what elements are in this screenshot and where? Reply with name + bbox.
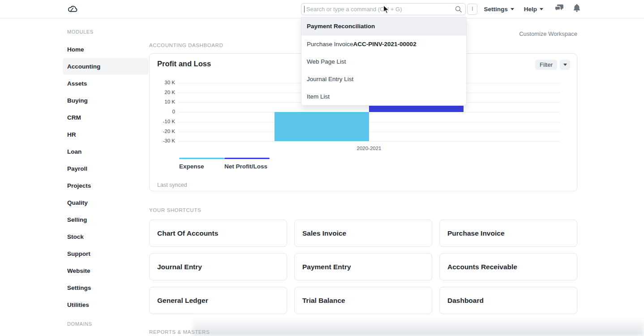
sidebar-modules-header: MODULES [67,29,149,34]
sidebar-item-selling[interactable]: Selling [63,211,149,228]
legend-item-expense[interactable]: Expense [179,158,224,170]
sidebar-item-label: Buying [67,97,88,104]
filter-dropdown-button[interactable] [560,60,570,70]
legend-label: Expense [179,163,224,170]
sidebar-item-quality[interactable]: Quality [63,194,149,211]
customize-workspace-link[interactable]: Customize Workspace [519,30,577,37]
shortcut-card-payment-entry[interactable]: Payment Entry [294,253,432,280]
bottom-shadow-artifact [193,317,644,336]
bell-icon [573,4,580,14]
help-menu-button[interactable]: Help [524,6,543,13]
search-results-dropdown: Payment ReconciliationPurchase Invoice A… [301,17,467,106]
chat-button[interactable] [555,4,563,14]
y-axis-tick-label: 10 K [150,99,175,104]
sidebar-item-label: Accounting [67,63,100,70]
search-result-text: Purchase Invoice [307,41,353,47]
sidebar-item-settings[interactable]: Settings [63,279,149,296]
shortcut-card-label: Purchase Invoice [447,229,505,237]
shortcut-card-label: Payment Entry [302,263,351,271]
chart-bar-net-profit-loss[interactable] [369,106,464,112]
chart-gridline [178,122,560,122]
user-avatar[interactable]: I [467,4,477,15]
chart-gridline [178,132,560,132]
sidebar-item-hr[interactable]: HR [63,126,149,143]
y-axis-tick-label: -10 K [150,119,175,124]
chart-bar-expense[interactable] [275,112,369,141]
x-axis-tick-label: 2020-2021 [357,146,382,151]
sidebar-item-label: Stock [67,233,84,240]
sidebar-item-crm[interactable]: CRM [63,109,149,126]
sidebar-item-payroll[interactable]: Payroll [63,160,149,177]
shortcut-card-dashboard[interactable]: Dashboard [439,287,577,314]
search-result-item[interactable]: Item List [301,88,466,105]
shortcut-card-trial-balance[interactable]: Trial Balance [294,287,432,314]
sidebar: MODULES HomeAccountingAssetsBuyingCRMHRL… [63,18,149,333]
chevron-down-icon [563,64,567,66]
notifications-button[interactable] [573,4,580,14]
sidebar-item-home[interactable]: Home [63,41,149,58]
cloud-logo-icon [67,7,78,15]
sidebar-item-loan[interactable]: Loan [63,143,149,160]
sidebar-item-label: Home [67,46,84,53]
sidebar-item-label: Payroll [67,165,87,172]
search-result-item[interactable]: Payment Reconciliation [301,17,466,35]
global-search [301,3,466,15]
filter-button[interactable]: Filter [535,60,557,70]
shortcut-card-accounts-receivable[interactable]: Accounts Receivable [439,253,577,280]
shortcuts-section-header: YOUR SHORTCUTS [149,207,201,213]
shortcut-card-purchase-invoice[interactable]: Purchase Invoice [439,220,577,247]
legend-color-line [224,158,270,159]
sidebar-item-utilities[interactable]: Utilities [63,296,149,313]
sidebar-domains-header: DOMAINS [67,321,149,327]
search-result-item[interactable]: Journal Entry List [301,70,466,88]
chevron-down-icon [511,8,514,10]
shortcut-card-journal-entry[interactable]: Journal Entry [149,253,287,280]
text-cursor [304,6,305,13]
chart-title: Profit and Loss [157,60,211,68]
search-input[interactable] [301,3,466,15]
sidebar-item-label: CRM [67,114,81,121]
sidebar-item-label: Quality [67,199,88,206]
shortcut-card-label: Sales Invoice [302,229,346,237]
shortcut-card-label: Chart Of Accounts [157,229,218,237]
shortcut-card-sales-invoice[interactable]: Sales Invoice [294,220,432,247]
sidebar-item-label: Selling [67,216,87,223]
app-logo[interactable] [67,4,78,15]
sidebar-item-assets[interactable]: Assets [63,75,149,92]
reports-masters-section-header: REPORTS & MASTERS [149,329,210,335]
shortcut-card-label: Accounts Receivable [447,263,517,271]
search-result-item[interactable]: Purchase Invoice ACC-PINV-2021-00002 [301,35,466,53]
sidebar-item-label: Website [67,267,90,274]
chart-legend: ExpenseNet Profit/Loss [179,158,270,170]
legend-label: Net Profit/Loss [224,163,270,170]
sidebar-item-projects[interactable]: Projects [63,177,149,194]
settings-menu-button[interactable]: Settings [484,6,514,13]
shortcut-card-general-ledger[interactable]: General Ledger [149,287,287,314]
dashboard-section-header: ACCOUNTING DASHBOARD [149,43,223,48]
chart-gridline [178,141,560,142]
chart-gridline [178,112,560,112]
search-result-bold-text: ACC-PINV-2021-00002 [353,41,416,47]
search-result-text: Web Page List [307,58,346,65]
sidebar-item-website[interactable]: Website [63,262,149,279]
chat-bubbles-icon [555,4,563,14]
chart-filter-group: Filter [535,60,570,70]
sidebar-item-accounting[interactable]: Accounting [63,58,149,75]
settings-menu-label: Settings [484,6,507,13]
search-result-text: Journal Entry List [307,76,353,82]
shortcut-card-label: Trial Balance [302,297,345,305]
legend-item-net-profit-loss[interactable]: Net Profit/Loss [224,158,270,170]
sidebar-item-stock[interactable]: Stock [63,228,149,245]
search-result-text: Item List [307,93,330,100]
y-axis-tick-label: 0 [150,109,175,114]
shortcut-card-chart-of-accounts[interactable]: Chart Of Accounts [149,220,287,247]
y-axis-tick-label: 20 K [150,90,175,95]
search-result-item[interactable]: Web Page List [301,53,466,70]
chevron-down-icon [540,8,543,10]
help-menu-label: Help [524,6,537,13]
sidebar-item-support[interactable]: Support [63,245,149,262]
shortcut-card-label: Dashboard [447,297,484,305]
y-axis-tick-label: -20 K [150,129,175,134]
sidebar-item-label: Assets [67,80,87,87]
sidebar-item-buying[interactable]: Buying [63,92,149,109]
